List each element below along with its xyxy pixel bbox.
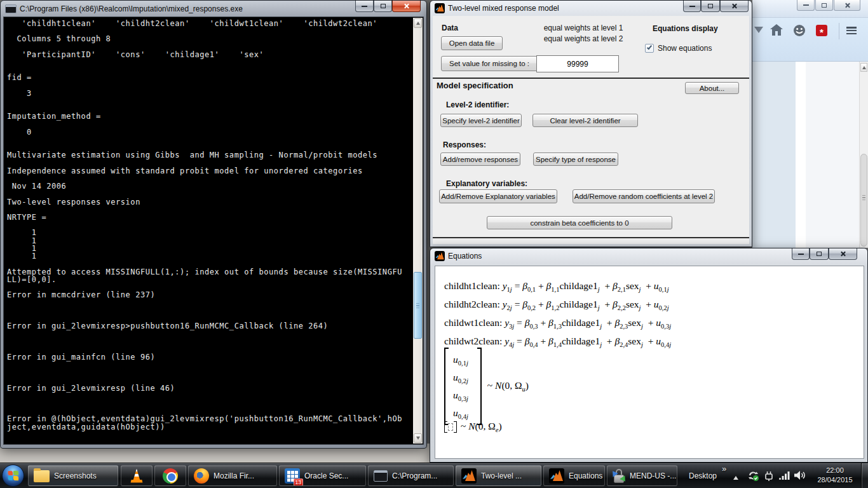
maximize-icon[interactable] — [810, 248, 829, 260]
taskbar-item-equations[interactable]: Equations — [543, 465, 605, 486]
taskbar-item-label: Equations — [569, 471, 602, 480]
minimize-icon[interactable] — [792, 248, 810, 260]
model-dialog-window: Two-level mixed response model Data Open… — [430, 0, 752, 247]
taskbar-item-oracle[interactable]: 13 Oracle Sec... — [279, 465, 366, 486]
responses-heading: Responses: — [443, 140, 486, 149]
close-icon[interactable] — [834, 0, 860, 11]
firefox-icon — [194, 468, 209, 484]
weights-note-line1: equal weights at level 1 — [526, 24, 641, 32]
console-output-text: 'childht1clean' 'childht2clean' 'childwt… — [7, 20, 402, 431]
start-button[interactable] — [2, 464, 24, 487]
toolbar-chevron-icon[interactable]: » — [722, 464, 726, 473]
page-scrollbar[interactable] — [859, 62, 868, 248]
firefox-titlebar[interactable] — [752, 0, 868, 18]
taskbar-item-screenshots[interactable]: Screenshots — [28, 465, 118, 486]
console-window-title: C:\Program Files (x86)\Realcom\Imputatio… — [20, 4, 243, 13]
open-data-file-button[interactable]: Open data file — [441, 36, 503, 50]
equation-line: childht1clean: y1j = β0,1 + β1,1childage… — [444, 276, 671, 295]
right-bracket — [477, 348, 482, 425]
equations-canvas: childht1clean: y1j = β0,1 + β1,1childage… — [435, 266, 864, 459]
show-hidden-icons-icon[interactable] — [733, 473, 738, 480]
constrain-beta-button[interactable]: constrain beta coefficients to 0 — [487, 216, 672, 229]
chat-smiley-icon[interactable] — [793, 24, 806, 39]
clock-date: 28/04/2015 — [814, 475, 856, 485]
close-icon[interactable] — [829, 248, 857, 260]
specify-response-type-button[interactable]: Specify type of response — [533, 152, 618, 166]
scrollbar-thumb[interactable] — [860, 154, 867, 247]
desktop-toolbar[interactable]: Desktop — [685, 463, 721, 488]
residual-distribution-line: ~ N(0, Ωe) — [444, 421, 502, 433]
missing-value-input[interactable] — [536, 55, 619, 72]
show-equations-label: Show equations — [658, 44, 712, 53]
power-plug-icon[interactable] — [763, 470, 775, 484]
scroll-up-icon[interactable] — [860, 63, 867, 72]
minimize-icon[interactable] — [797, 0, 815, 11]
download-arrow-icon[interactable] — [754, 27, 763, 37]
data-section-heading: Data — [442, 24, 458, 32]
console-icon — [374, 470, 388, 482]
add-remove-responses-button[interactable]: Add/remove responses — [440, 152, 520, 166]
show-desktop-button[interactable] — [861, 463, 868, 488]
taskbar-item-mend-us[interactable]: MEND-US -... — [607, 465, 677, 486]
dialog-window-title: Two-level mixed response model — [448, 4, 559, 13]
specify-level2-identifier-button[interactable]: Specify level-2 identifier — [440, 114, 522, 127]
left-bracket — [444, 421, 447, 433]
console-output-area[interactable]: 'childht1clean' 'childht2clean' 'childwt… — [3, 17, 424, 445]
taskbar: Screenshots Mozilla Fir... 13 Oracle Sec… — [0, 463, 868, 488]
taskbar-item-firefox[interactable]: Mozilla Fir... — [188, 465, 277, 486]
vlc-cone-icon — [130, 469, 143, 483]
taskbar-item-model-dialog[interactable]: Two-level ... — [456, 465, 541, 486]
sync-status-icon[interactable] — [747, 470, 759, 484]
tray-clock[interactable]: 22:00 28/04/2015 — [814, 466, 856, 485]
taskbar-item-vlc[interactable] — [121, 465, 153, 486]
minimize-icon[interactable] — [355, 1, 374, 12]
firefox-toolbar: * — [752, 18, 868, 62]
console-app-icon — [5, 4, 17, 13]
close-icon[interactable] — [720, 1, 749, 12]
firefox-window: * — [752, 0, 868, 248]
restore-icon[interactable] — [374, 1, 392, 12]
volume-icon[interactable] — [794, 470, 806, 484]
random-effect-term: u0,4j — [453, 404, 468, 422]
equations-window-title: Equations — [448, 252, 482, 261]
set-missing-value-button[interactable]: Set value for missing to : — [441, 56, 538, 71]
scroll-down-icon[interactable] — [414, 433, 422, 443]
taskbar-item-console[interactable]: C:\Program... — [368, 465, 454, 486]
taskbar-item-label: C:\Program... — [392, 471, 437, 480]
empty-matrix-placeholder — [448, 423, 453, 431]
about-button[interactable]: About... — [685, 82, 739, 94]
maximize-icon[interactable] — [701, 1, 720, 12]
model-specification-heading: Model specification — [437, 81, 513, 90]
scroll-up-icon[interactable] — [414, 18, 422, 28]
scrollbar-thumb[interactable] — [414, 272, 422, 339]
add-remove-random-coefficients-button[interactable]: Add/Remove random coefficients at level … — [573, 189, 715, 203]
equation-line: childht2clean: y2j = β0,2 + β1,2childage… — [444, 295, 671, 313]
random-effects-distribution: ~ N(0, Ωu) — [487, 380, 529, 393]
add-remove-explanatory-button[interactable]: Add/Remove Explanatory variables — [439, 189, 557, 203]
page-left-panel — [752, 62, 796, 248]
console-scrollbar[interactable] — [413, 18, 423, 444]
windows-logo-icon — [8, 471, 19, 481]
random-effects-matrix: u0,1j u0,2j u0,3j u0,4j ~ N(0, Ωu) — [444, 348, 529, 425]
equation-line: childwt1clean: y3j = β0,3 + β1,3childage… — [444, 313, 671, 332]
clock-time: 22:00 — [814, 466, 856, 475]
taskbar-item-chrome[interactable] — [154, 465, 186, 486]
menu-hamburger-icon[interactable] — [846, 27, 857, 34]
restore-icon[interactable] — [815, 0, 833, 11]
lastpass-icon[interactable]: * — [816, 25, 827, 36]
section-divider — [433, 78, 749, 79]
matlab-icon — [461, 468, 477, 484]
show-equations-checkbox[interactable] — [645, 44, 654, 53]
section-divider — [433, 237, 749, 238]
firefox-page-content — [752, 62, 868, 248]
home-icon[interactable] — [770, 24, 783, 38]
matlab-icon — [549, 468, 564, 484]
oracle-grid-icon: 13 — [285, 468, 300, 484]
close-icon[interactable] — [392, 1, 421, 12]
console-window: C:\Program Files (x86)\Realcom\Imputatio… — [0, 0, 427, 449]
clear-level2-identifier-button[interactable]: Clear level-2 identifier — [532, 114, 638, 127]
minimize-icon[interactable] — [683, 1, 701, 12]
taskbar-item-label: MEND-US -... — [630, 471, 676, 480]
network-signal-icon[interactable] — [778, 470, 790, 484]
equations-window: Equations childht1clean: y1j = β0,1 + β1… — [430, 248, 868, 463]
